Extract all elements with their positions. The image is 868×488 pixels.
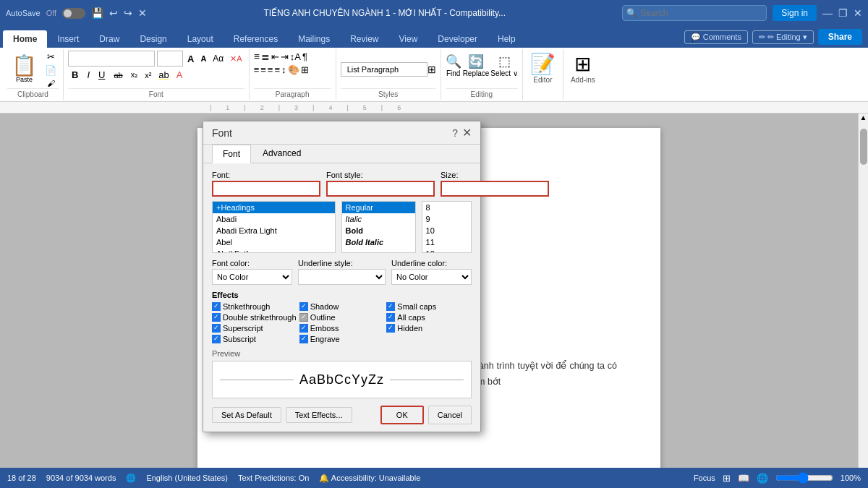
font-item-abadi-extra[interactable]: Abadi Extra Light [213,225,335,236]
align-justify-button[interactable]: ≡ [274,64,280,75]
superscript-button[interactable]: x² [142,70,154,80]
tab-layout[interactable]: Layout [177,30,224,48]
text-effects-button[interactable]: Text Effects... [286,407,352,423]
all-caps-checkbox[interactable] [386,313,395,322]
format-painter-button[interactable]: 🖌 [43,78,59,88]
tab-insert[interactable]: Insert [47,30,89,48]
bold-button[interactable]: B [68,69,82,81]
autosave-toggle[interactable] [62,8,85,19]
style-item-bold-italic[interactable]: Bold Italic [342,236,415,248]
set-default-button[interactable]: Set As Default [212,407,281,423]
font-color-button[interactable]: A [174,69,186,81]
line-spacing-button[interactable]: ↕ [281,64,286,75]
size-item-12[interactable]: 12 [422,248,471,253]
tab-draw[interactable]: Draw [89,30,129,48]
shadow-checkbox[interactable] [299,302,308,311]
subscript-checkbox[interactable] [212,335,221,343]
clear-format-button[interactable]: ✕A [228,53,244,64]
font-size-input[interactable] [157,51,183,67]
size-item-10[interactable]: 10 [422,225,471,236]
tab-view[interactable]: View [389,30,428,48]
indent-more-button[interactable]: ⇥ [281,51,289,62]
font-color-select[interactable]: No Color [212,269,292,285]
italic-button[interactable]: I [83,69,93,81]
editing-mode-button[interactable]: ✏ ✏ Editing ▾ [752,30,814,44]
shading-button[interactable]: 🎨 [288,64,299,75]
align-left-button[interactable]: ≡ [254,64,260,75]
font-name-field[interactable] [212,181,320,197]
addins-group[interactable]: ⊞ Add-ins [563,49,603,100]
style-list[interactable]: Regular Italic Bold Bold Italic [341,201,416,253]
signin-button[interactable]: Sign in [773,5,817,21]
font-dialog-close[interactable]: ✕ [462,126,472,140]
tab-mailings[interactable]: Mailings [288,30,340,48]
engrave-checkbox[interactable] [299,335,308,343]
tab-developer[interactable]: Developer [427,30,488,48]
underline-color-select[interactable]: No Color [391,269,472,285]
comments-button[interactable]: 💬 Comments [684,30,748,44]
highlight-button[interactable]: ab [156,69,171,81]
share-button[interactable]: Share [818,29,862,45]
layout-view-button[interactable]: ⊞ [723,473,731,484]
save-button[interactable]: 💾 [91,7,103,19]
style-item-regular[interactable]: Regular [342,202,415,213]
font-item-abril[interactable]: Abril Fatface [213,248,335,253]
strikethrough-button[interactable]: ab [110,70,126,80]
small-caps-checkbox[interactable] [386,302,395,311]
pilcrow-button[interactable]: ¶ [302,51,307,62]
superscript-checkbox[interactable] [212,324,221,333]
size-list[interactable]: 8 9 10 11 12 [422,201,472,253]
style-item-bold[interactable]: Bold [342,225,415,236]
size-item-8[interactable]: 8 [422,202,471,213]
tab-review[interactable]: Review [340,30,388,48]
strikethrough-checkbox[interactable] [212,302,221,311]
underline-button[interactable]: U [95,69,109,81]
font-style-field[interactable] [326,181,435,197]
font-dialog-help[interactable]: ? [452,126,458,140]
web-view-button[interactable]: 🌐 [757,473,768,484]
customize-button[interactable]: ✕ [138,7,147,19]
font-item-abadi[interactable]: Abadi [213,213,335,225]
replace-control[interactable]: 🔄 Replace [463,53,490,77]
paste-button[interactable]: 📋 Paste [7,54,41,85]
search-input[interactable] [622,5,767,21]
borders-button[interactable]: ⊞ [301,64,309,75]
cancel-button[interactable]: Cancel [428,406,472,424]
undo-button[interactable]: ↩ [109,7,118,19]
font-list[interactable]: +Headings Abadi Abadi Extra Light Abel A… [212,201,336,253]
cut-button[interactable]: ✂ [43,51,59,63]
size-item-11[interactable]: 11 [422,236,471,248]
vertical-scrollbar[interactable]: ▲ [858,114,868,488]
style-item-italic[interactable]: Italic [342,213,415,225]
bullets-button[interactable]: ≡ [254,51,260,62]
font-item-abel[interactable]: Abel [213,236,335,248]
align-center-button[interactable]: ≡ [260,64,266,75]
minimize-button[interactable]: — [822,7,833,19]
double-strikethrough-checkbox[interactable] [212,313,221,322]
tab-help[interactable]: Help [488,30,526,48]
scroll-up-button[interactable]: ▲ [859,114,868,121]
font-size-field[interactable] [441,181,549,197]
font-name-input[interactable] [68,51,155,67]
find-control[interactable]: 🔍 Find [446,53,461,77]
outline-checkbox[interactable] [299,313,308,322]
grow-font-button[interactable]: A [185,53,196,65]
tab-design[interactable]: Design [129,30,176,48]
tab-references[interactable]: References [224,30,288,48]
read-view-button[interactable]: 📖 [738,473,749,484]
font-item-headings[interactable]: +Headings [213,202,335,213]
change-case-button[interactable]: Aα [210,53,226,64]
scroll-thumb[interactable] [860,129,867,165]
underline-style-select[interactable] [298,269,386,285]
styles-more-button[interactable]: ⊞ [427,64,436,75]
redo-button[interactable]: ↪ [124,7,132,19]
ok-button[interactable]: OK [380,406,424,424]
tab-home[interactable]: Home [3,30,47,48]
restore-button[interactable]: ❐ [838,7,848,19]
close-button[interactable]: ✕ [854,7,862,19]
select-control[interactable]: ⬚ Select ∨ [490,53,518,77]
subscript-button[interactable]: x₂ [128,69,141,80]
tab-font[interactable]: Font [212,145,251,163]
numbering-button[interactable]: ≣ [261,51,270,62]
emboss-checkbox[interactable] [299,324,308,333]
